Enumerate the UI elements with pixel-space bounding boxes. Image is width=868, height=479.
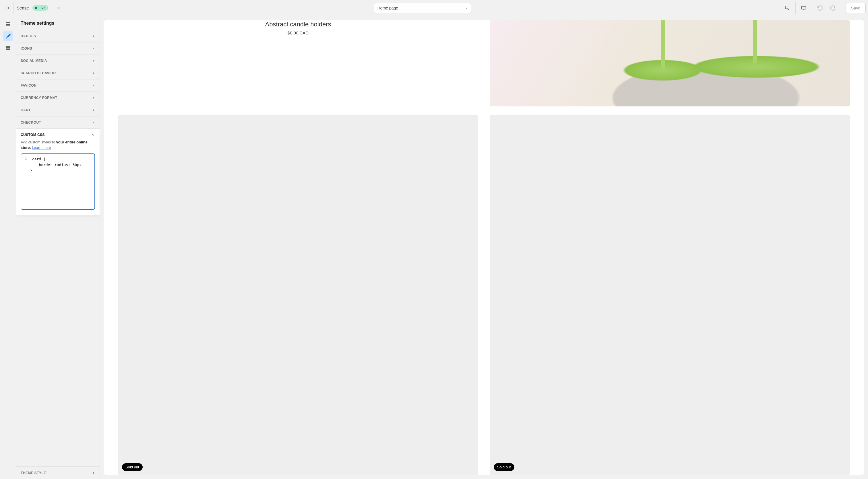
settings-row-checkout[interactable]: Checkout: [16, 116, 100, 129]
svg-rect-7: [6, 24, 10, 25]
svg-rect-10: [8, 46, 10, 48]
divider: [812, 2, 812, 14]
product-card-abstract[interactable]: Abstract candle holders $0.00 CAD: [118, 20, 478, 106]
more-button[interactable]: [54, 3, 63, 12]
inspector-button[interactable]: [782, 2, 793, 14]
chevron-down-icon: [465, 6, 468, 10]
sidebar-title: Theme settings: [16, 16, 100, 30]
rail-theme-settings-button[interactable]: [3, 31, 13, 41]
save-button[interactable]: Save: [846, 3, 866, 13]
apps-icon: [5, 45, 11, 51]
settings-row-currency-format[interactable]: Currency format: [16, 92, 100, 104]
divider: [841, 2, 841, 14]
custom-css-panel: Custom CSS Add custom styles to your ent…: [16, 129, 100, 215]
rail-sections-button[interactable]: [3, 19, 13, 29]
svg-rect-12: [8, 48, 10, 50]
learn-more-link[interactable]: Learn more: [32, 145, 51, 150]
settings-row-label: Currency format: [21, 96, 57, 100]
dots-icon: [56, 5, 61, 11]
product-card-glass-taper[interactable]: Sold out Glass taper candle holders $0.0…: [118, 115, 478, 475]
viewport-desktop-button[interactable]: [798, 2, 809, 14]
settings-row-label: Icons: [21, 46, 32, 50]
code-gutter: 1: [21, 154, 29, 209]
sold-out-badge: Sold out: [494, 463, 515, 471]
redo-button[interactable]: [827, 2, 838, 14]
preview-row-top: Abstract candle holders $0.00 CAD: [104, 20, 864, 115]
chevron-left-icon: [92, 47, 95, 50]
undo-icon: [817, 5, 823, 11]
redo-icon: [830, 5, 836, 11]
svg-rect-6: [6, 22, 10, 23]
product-image: Sold out: [490, 115, 850, 475]
product-title: Abstract candle holders: [265, 21, 331, 28]
svg-rect-5: [802, 6, 806, 9]
paintbrush-icon: [5, 33, 11, 39]
settings-row-cart[interactable]: Cart: [16, 104, 100, 116]
gutter-line-1: 1: [21, 156, 27, 161]
sidebar: Theme settings Badges Icons Social media…: [16, 16, 100, 479]
main: Theme settings Badges Icons Social media…: [0, 16, 868, 479]
theme-name: Sense: [17, 5, 29, 10]
page-select-label: Home page: [377, 6, 398, 10]
exit-icon: [5, 5, 11, 11]
desktop-icon: [801, 5, 807, 11]
settings-row-label: Checkout: [21, 121, 41, 125]
svg-rect-8: [6, 26, 10, 26]
svg-rect-4: [785, 6, 788, 9]
settings-row-favicon[interactable]: Favicon: [16, 79, 100, 92]
live-badge: Live: [32, 5, 49, 11]
page-select-wrap: Home page: [63, 3, 782, 13]
icon-rail: [0, 16, 16, 479]
settings-row-icons[interactable]: Icons: [16, 42, 100, 55]
page-select[interactable]: Home page: [374, 3, 471, 13]
settings-row-label: Search behavior: [21, 71, 56, 75]
custom-css-editor[interactable]: 1 .card { border-radius: 30px }: [21, 153, 95, 210]
product-card-green[interactable]: Sold out Green candle holders $0.00 CAD: [490, 115, 850, 475]
svg-point-2: [58, 7, 59, 8]
theme-style-row[interactable]: Theme style: [16, 467, 100, 479]
divider: [795, 2, 796, 14]
preview-wrap: Abstract candle holders $0.00 CAD Sold o…: [100, 16, 868, 479]
chevron-left-icon: [92, 84, 95, 87]
top-bar: Sense Live Home page Save: [0, 0, 868, 16]
chevron-right-icon: [92, 472, 95, 474]
chevron-down-icon: [92, 133, 95, 137]
settings-row-badges[interactable]: Badges: [16, 30, 100, 42]
product-price: $0.00 CAD: [288, 30, 309, 35]
code-content[interactable]: .card { border-radius: 30px }: [29, 154, 94, 209]
undo-button[interactable]: [814, 2, 826, 14]
settings-row-label: Badges: [21, 34, 36, 38]
chevron-left-icon: [92, 72, 95, 75]
chevron-left-icon: [92, 96, 95, 99]
theme-style-label: Theme style: [21, 471, 46, 475]
product-image-green-tall: [490, 20, 850, 106]
custom-css-header[interactable]: Custom CSS: [21, 133, 95, 137]
inspector-icon: [784, 5, 790, 11]
preview-canvas[interactable]: Abstract candle holders $0.00 CAD Sold o…: [104, 20, 864, 475]
custom-css-description: Add custom styles to your entire online …: [21, 140, 95, 150]
settings-row-label: Cart: [21, 108, 31, 112]
topbar-right: Save: [782, 2, 866, 14]
custom-css-desc-prefix: Add custom styles to: [21, 140, 56, 144]
product-grid: Sold out Glass taper candle holders $0.0…: [104, 115, 864, 475]
chevron-left-icon: [92, 121, 95, 124]
settings-row-label: Social media: [21, 59, 47, 63]
settings-row-label: Favicon: [21, 83, 36, 88]
rail-apps-button[interactable]: [3, 43, 13, 53]
custom-css-label: Custom CSS: [21, 133, 45, 137]
svg-point-1: [57, 7, 58, 8]
svg-rect-11: [6, 48, 8, 50]
chevron-left-icon: [92, 59, 95, 62]
settings-row-social-media[interactable]: Social media: [16, 55, 100, 67]
sections-icon: [5, 21, 11, 27]
sold-out-badge: Sold out: [122, 463, 143, 471]
svg-rect-9: [6, 46, 8, 48]
settings-row-search-behavior[interactable]: Search behavior: [16, 67, 100, 79]
exit-button[interactable]: [2, 2, 14, 14]
chevron-left-icon: [92, 35, 95, 38]
product-image: Sold out: [118, 115, 478, 475]
chevron-left-icon: [92, 109, 95, 111]
svg-point-3: [60, 7, 61, 8]
